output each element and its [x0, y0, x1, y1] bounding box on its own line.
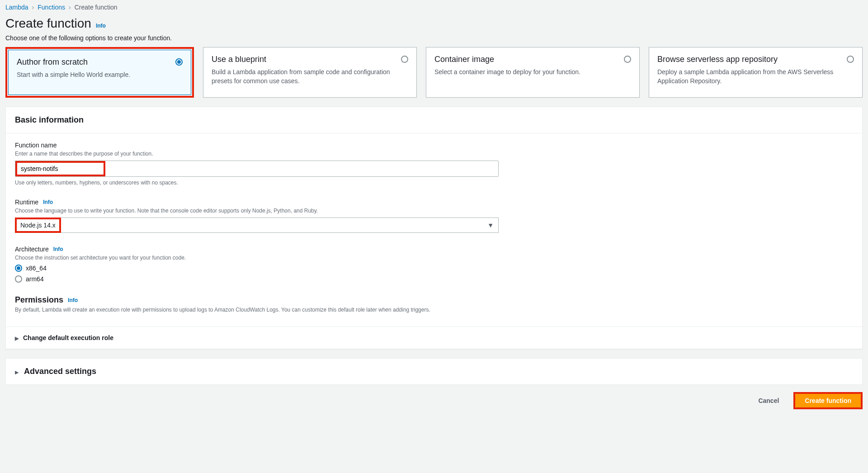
radio-icon: [15, 265, 22, 272]
caret-down-icon: ▼: [487, 222, 494, 229]
breadcrumb-current: Create function: [75, 4, 118, 11]
breadcrumb-lambda[interactable]: Lambda: [5, 4, 28, 11]
advanced-settings-panel: Advanced settings: [5, 358, 863, 385]
creation-options: Author from scratch Start with a simple …: [0, 47, 868, 98]
advanced-settings-toggle[interactable]: Advanced settings: [6, 359, 862, 384]
advanced-title: Advanced settings: [24, 367, 96, 376]
info-link[interactable]: Info: [68, 297, 78, 303]
caret-right-icon: [15, 368, 19, 375]
radio-icon: [401, 56, 408, 63]
option-title: Author from scratch: [17, 57, 169, 67]
architecture-option-x86[interactable]: x86_64: [15, 265, 853, 272]
caret-right-icon: [15, 334, 19, 341]
function-name-field: Function name Enter a name that describe…: [15, 142, 853, 186]
option-title: Browse serverless app repository: [657, 55, 840, 64]
arch-option-label: x86_64: [26, 265, 47, 272]
function-name-desc: Enter a name that describes the purpose …: [15, 151, 853, 157]
highlight-function-name: [15, 161, 105, 176]
option-desc: Build a Lambda application from sample c…: [212, 68, 395, 85]
change-execution-role-toggle[interactable]: Change default execution role: [6, 326, 862, 349]
page-subtitle: Choose one of the following options to c…: [0, 33, 868, 47]
option-author-from-scratch[interactable]: Author from scratch Start with a simple …: [8, 50, 191, 95]
basic-information-panel: Basic information Function name Enter a …: [5, 107, 863, 349]
arch-option-label: arm64: [26, 275, 44, 283]
runtime-field: Runtime Info Choose the language to use …: [15, 199, 853, 233]
highlight-author-from-scratch: Author from scratch Start with a simple …: [5, 47, 194, 98]
architecture-field: Architecture Info Choose the instruction…: [15, 246, 853, 283]
highlight-create-button: Create function: [793, 392, 863, 409]
page-title: Create function: [5, 16, 91, 31]
option-desc: Start with a simple Hello World example.: [17, 71, 169, 80]
footer-actions: Cancel Create function: [0, 385, 868, 418]
permissions-label: Permissions: [15, 295, 63, 305]
permissions-desc: By default, Lambda will create an execut…: [15, 307, 853, 313]
panel-header: Basic information: [6, 107, 862, 133]
page-header: Create function Info: [0, 13, 868, 33]
info-link[interactable]: Info: [96, 23, 106, 29]
option-use-blueprint[interactable]: Use a blueprint Build a Lambda applicati…: [203, 47, 417, 98]
function-name-label: Function name: [15, 142, 57, 149]
runtime-select[interactable]: Node.js 14.x ▼: [15, 218, 499, 233]
change-role-label: Change default execution role: [23, 334, 113, 341]
radio-icon: [847, 56, 854, 63]
highlight-runtime: Node.js 14.x: [15, 218, 61, 233]
function-name-input[interactable]: [17, 163, 104, 175]
radio-icon: [175, 58, 183, 66]
runtime-label: Runtime: [15, 199, 38, 206]
option-container-image[interactable]: Container image Select a container image…: [426, 47, 640, 98]
radio-icon: [15, 275, 22, 283]
basic-info-title: Basic information: [15, 115, 853, 125]
radio-icon: [624, 56, 631, 63]
option-title: Use a blueprint: [212, 55, 395, 64]
breadcrumb-functions[interactable]: Functions: [38, 4, 65, 11]
info-link[interactable]: Info: [53, 246, 63, 252]
runtime-desc: Choose the language to use to write your…: [15, 208, 853, 214]
create-function-button[interactable]: Create function: [795, 394, 861, 407]
breadcrumb-sep-icon: ›: [69, 4, 71, 11]
runtime-value: Node.js 14.x: [17, 219, 59, 231]
function-name-hint: Use only letters, numbers, hyphens, or u…: [15, 180, 853, 186]
breadcrumb-sep-icon: ›: [32, 4, 34, 11]
architecture-desc: Choose the instruction set architecture …: [15, 255, 853, 261]
permissions-field: Permissions Info By default, Lambda will…: [15, 295, 853, 313]
option-desc: Select a container image to deploy for y…: [434, 68, 618, 77]
option-serverless-repo[interactable]: Browse serverless app repository Deploy …: [649, 47, 863, 98]
cancel-button[interactable]: Cancel: [749, 394, 788, 407]
breadcrumb: Lambda › Functions › Create function: [0, 0, 868, 13]
info-link[interactable]: Info: [43, 199, 53, 205]
architecture-label: Architecture: [15, 246, 49, 253]
architecture-option-arm64[interactable]: arm64: [15, 275, 853, 283]
option-title: Container image: [434, 55, 618, 64]
option-desc: Deploy a sample Lambda application from …: [657, 68, 840, 85]
